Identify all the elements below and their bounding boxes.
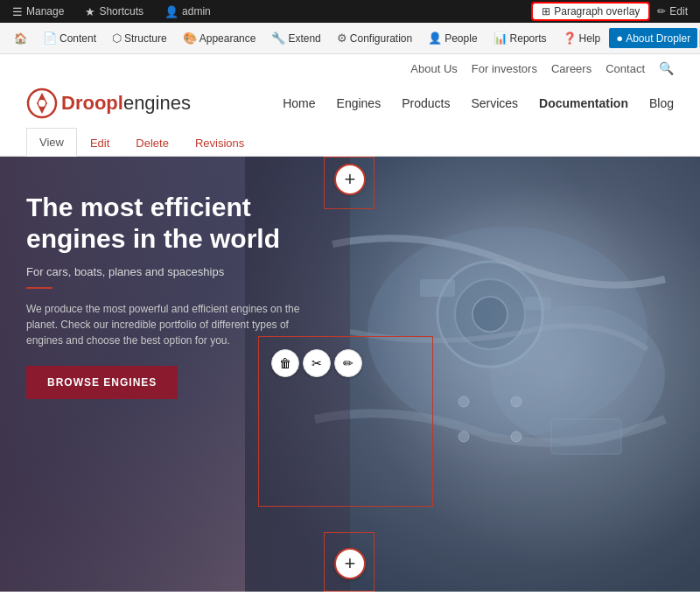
nav-content[interactable]: 📄 Content <box>36 28 103 48</box>
main-navigation: Home Engines Products Services Documenta… <box>283 96 674 110</box>
tab-revisions[interactable]: Revisions <box>182 129 257 157</box>
logo-svg <box>26 88 58 119</box>
nav-reports[interactable]: 📊 Reports <box>486 28 554 48</box>
logo-area[interactable]: Drooplengines <box>26 88 191 119</box>
nav-people[interactable]: 👤 People <box>421 28 484 48</box>
reports-label: Reports <box>510 32 547 45</box>
cut-tool-button[interactable]: ✂ <box>303 349 331 377</box>
paragraph-overlay-label: Paragraph overlay <box>554 5 640 18</box>
hero-subtitle: For cars, boats, planes and spaceships <box>26 265 324 278</box>
shortcuts-menu[interactable]: ★ Shortcuts <box>80 4 149 20</box>
trash-icon: 🗑 <box>279 356 291 370</box>
add-paragraph-bottom-button[interactable]: + <box>334 548 366 579</box>
tab-delete[interactable]: Delete <box>122 129 182 157</box>
nav-products[interactable]: Products <box>402 96 450 110</box>
structure-icon: ⬡ <box>112 32 122 45</box>
careers-link[interactable]: Careers <box>551 62 592 75</box>
manage-menu[interactable]: ☰ Manage <box>7 4 69 20</box>
nav-appearance[interactable]: 🎨 Appearance <box>176 28 263 48</box>
tab-edit[interactable]: Edit <box>77 129 122 157</box>
about-dropler-label: About Dropler <box>626 32 690 45</box>
people-label: People <box>444 32 477 45</box>
content-label: Content <box>60 32 96 45</box>
nav-help[interactable]: ❓ Help <box>556 28 608 48</box>
search-icon[interactable]: 🔍 <box>659 61 674 75</box>
edit-tabs: View Edit Delete Revisions <box>0 128 700 157</box>
add-paragraph-top-button[interactable]: + <box>334 164 366 195</box>
content-icon: 📄 <box>43 32 57 45</box>
edit-tool-button[interactable]: ✏ <box>334 349 362 377</box>
dropler-icon: ● <box>616 32 623 45</box>
about-us-link[interactable]: About Us <box>410 62 457 75</box>
delete-tool-button[interactable]: 🗑 <box>271 349 299 377</box>
paragraph-overlay-button[interactable]: ⊞ Paragraph overlay <box>533 4 648 19</box>
nav-documentation[interactable]: Documentation <box>539 96 628 110</box>
nav-engines[interactable]: Engines <box>337 96 382 110</box>
edit-mode-label: Edit <box>669 5 688 18</box>
overlay-icon: ⊞ <box>542 5 550 18</box>
star-icon: ★ <box>85 5 95 18</box>
appearance-label: Appearance <box>200 32 256 45</box>
hero-section: The most efficient engines in the world … <box>0 157 700 592</box>
nav-structure[interactable]: ⬡ Structure <box>105 28 174 48</box>
hero-description: We produce the most powerful and efficie… <box>26 301 324 348</box>
tab-view[interactable]: View <box>26 128 77 157</box>
logo-text: Drooplengines <box>61 92 191 115</box>
header-top-links: About Us For investors Careers Contact 🔍 <box>26 54 674 79</box>
edit-pencil-icon: ✏ <box>343 356 354 370</box>
svg-point-1 <box>38 100 46 107</box>
structure-label: Structure <box>124 32 167 45</box>
extend-icon: 🔧 <box>271 32 285 45</box>
edit-tools-group: 🗑 ✂ ✏ <box>271 349 362 377</box>
scissors-icon: ✂ <box>312 356 322 370</box>
nav-configuration[interactable]: ⚙ Configuration <box>330 28 419 48</box>
nav-extend[interactable]: 🔧 Extend <box>264 28 327 48</box>
pencil-icon: ✏ <box>657 5 666 18</box>
appearance-icon: 🎨 <box>183 32 197 45</box>
nav-blog[interactable]: Blog <box>649 96 674 110</box>
extend-label: Extend <box>288 32 320 45</box>
for-investors-link[interactable]: For investors <box>472 62 537 75</box>
nav-services[interactable]: Services <box>471 96 518 110</box>
nav-home[interactable]: Home <box>283 96 315 110</box>
reports-icon: 📊 <box>494 32 508 45</box>
help-icon: ❓ <box>563 32 577 45</box>
site-header: About Us For investors Careers Contact 🔍… <box>0 54 700 128</box>
nav-home[interactable]: 🏠 <box>7 29 34 48</box>
nav-about-dropler[interactable]: ● About Dropler <box>609 28 697 48</box>
browse-engines-button[interactable]: BROWSE ENGINES <box>26 366 178 399</box>
header-main: Drooplengines Home Engines Products Serv… <box>26 79 674 128</box>
hero-divider <box>26 287 52 289</box>
manage-icon: ☰ <box>12 5 23 18</box>
configuration-label: Configuration <box>350 32 412 45</box>
people-icon: 👤 <box>428 32 442 45</box>
home-icon: 🏠 <box>14 32 27 45</box>
hero-title: The most efficient engines in the world <box>26 192 324 255</box>
user-icon: 👤 <box>164 5 178 18</box>
admin-user-menu[interactable]: 👤 admin <box>159 4 216 20</box>
configuration-icon: ⚙ <box>337 32 347 45</box>
admin-toolbar: ☰ Manage ★ Shortcuts 👤 admin ⊞ Paragraph… <box>0 0 700 23</box>
edit-mode-button[interactable]: ✏ Edit <box>652 4 693 19</box>
contact-link[interactable]: Contact <box>606 62 645 75</box>
drupal-nav: 🏠 📄 Content ⬡ Structure 🎨 Appearance 🔧 E… <box>0 23 700 54</box>
admin-label: admin <box>182 5 211 18</box>
shortcuts-label: Shortcuts <box>99 5 144 18</box>
help-label: Help <box>579 32 601 45</box>
manage-label: Manage <box>26 5 64 18</box>
